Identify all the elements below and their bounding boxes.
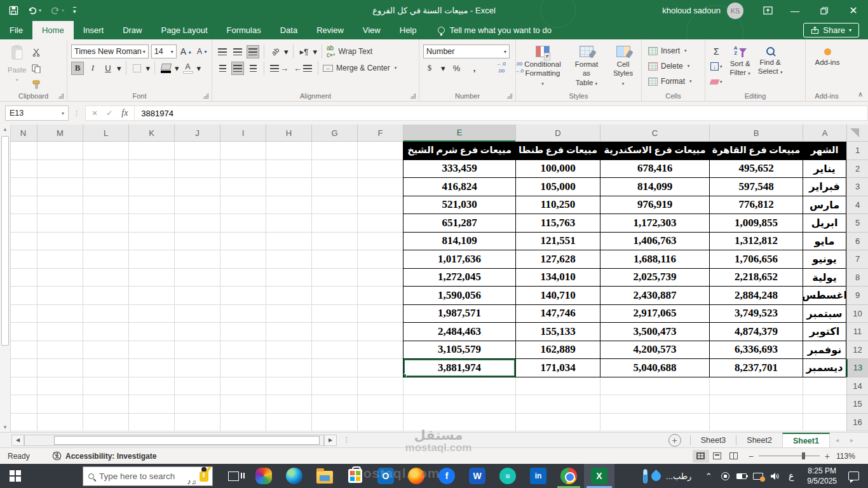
row-header-16[interactable]: 16 xyxy=(846,414,868,432)
cell-A12[interactable]: نوفمبر xyxy=(803,341,846,360)
cell-D16[interactable] xyxy=(515,414,600,432)
cell-E10[interactable]: 1,987,571 xyxy=(403,305,515,323)
cell-L10[interactable] xyxy=(83,305,128,323)
accounting-dropdown[interactable]: ▾ xyxy=(441,64,445,73)
vertical-scrollbar[interactable]: ▲▼ xyxy=(0,125,11,432)
column-header-H[interactable]: H xyxy=(266,125,311,142)
column-header-G[interactable]: G xyxy=(311,125,357,142)
cell-B2[interactable]: 495,652 xyxy=(709,160,803,179)
cell-I7[interactable] xyxy=(220,250,266,269)
cell-E7[interactable]: 1,017,636 xyxy=(403,250,515,269)
cell-C8[interactable]: 2,025,739 xyxy=(600,269,709,287)
undo-icon[interactable]: ▾ xyxy=(27,6,41,15)
cell-D12[interactable]: 162,889 xyxy=(515,341,600,360)
cut-icon[interactable] xyxy=(30,46,43,59)
font-dialog-launcher[interactable] xyxy=(203,93,208,98)
language-indicator[interactable]: ع xyxy=(783,464,799,488)
cell-H1[interactable] xyxy=(266,142,311,160)
cell-C3[interactable]: 814,099 xyxy=(600,178,709,196)
orientation-icon[interactable]: ab xyxy=(269,45,281,58)
row-header-12[interactable]: 12 xyxy=(846,341,868,360)
cell-B16[interactable] xyxy=(709,414,803,432)
cell-I10[interactable] xyxy=(220,305,266,323)
taskbar-search[interactable]: Type here to search ♪ ♫ xyxy=(83,466,213,486)
cell-C15[interactable] xyxy=(600,395,709,414)
column-header-I[interactable]: I xyxy=(220,125,266,142)
cell-A5[interactable]: ابريل xyxy=(803,214,846,233)
cell-J12[interactable] xyxy=(174,341,220,360)
meet-now-icon[interactable] xyxy=(717,464,733,488)
cell-N2[interactable] xyxy=(11,160,37,179)
cell-M11[interactable] xyxy=(37,323,83,341)
sheet-tab-sheet1[interactable]: Sheet1 xyxy=(782,433,830,448)
cell-M1[interactable] xyxy=(37,142,83,160)
cell-G15[interactable] xyxy=(311,395,357,414)
cell-H11[interactable] xyxy=(266,323,311,341)
cell-E2[interactable]: 333,459 xyxy=(403,160,515,179)
cell-E11[interactable]: 2,484,463 xyxy=(403,323,515,341)
cell-G6[interactable] xyxy=(311,233,357,251)
cell-D14[interactable] xyxy=(515,377,600,396)
tell-me-box[interactable]: Tell me what you want to do xyxy=(438,21,552,39)
cell-N14[interactable] xyxy=(11,377,37,396)
cell-L8[interactable] xyxy=(83,269,128,287)
minimize-button[interactable]: — xyxy=(780,0,810,21)
cell-F12[interactable] xyxy=(357,341,403,360)
column-header-J[interactable]: J xyxy=(174,125,220,142)
cell-G2[interactable] xyxy=(311,160,357,179)
cell-F6[interactable] xyxy=(357,233,403,251)
cell-K4[interactable] xyxy=(128,196,174,215)
collapse-ribbon-icon[interactable]: ∧ xyxy=(858,90,863,98)
fill-color-icon[interactable] xyxy=(159,62,172,75)
customize-qat-icon[interactable]: ▾ xyxy=(73,7,76,15)
cell-E16[interactable] xyxy=(403,414,515,432)
number-format-combo[interactable]: Number▾ xyxy=(423,44,510,58)
taskbar-app-word[interactable]: W xyxy=(462,464,492,488)
cell-K3[interactable] xyxy=(128,178,174,196)
cell-H12[interactable] xyxy=(266,341,311,360)
cell-J10[interactable] xyxy=(174,305,220,323)
find-select-button[interactable]: Find &Select ▾ xyxy=(754,43,787,90)
cell-F3[interactable] xyxy=(357,178,403,196)
cell-G10[interactable] xyxy=(311,305,357,323)
row-header-6[interactable]: 6 xyxy=(846,233,868,251)
cell-H3[interactable] xyxy=(266,178,311,196)
middle-align-icon[interactable] xyxy=(231,45,244,58)
cell-B13[interactable]: 8,237,701 xyxy=(709,359,803,377)
cell-H14[interactable] xyxy=(266,377,311,396)
column-header-K[interactable]: K xyxy=(128,125,174,142)
cell-J16[interactable] xyxy=(174,414,220,432)
percent-style-icon[interactable]: % xyxy=(451,62,463,75)
cell-C7[interactable]: 1,688,116 xyxy=(600,250,709,269)
wrap-text-button[interactable]: abc↩Wrap Text xyxy=(327,45,372,58)
cell-K15[interactable] xyxy=(128,395,174,414)
cell-D6[interactable]: 121,551 xyxy=(515,233,600,251)
taskbar-app-notes[interactable]: ≡ xyxy=(492,464,523,488)
cell-A14[interactable] xyxy=(803,377,846,396)
cell-C13[interactable]: 5,040,688 xyxy=(600,359,709,377)
cell-A1[interactable]: الشهر xyxy=(803,142,846,160)
merge-center-button[interactable]: ↔Merge & Center▾ xyxy=(323,62,397,75)
cell-L13[interactable] xyxy=(83,359,128,377)
cell-F14[interactable] xyxy=(357,377,403,396)
cell-G8[interactable] xyxy=(311,269,357,287)
cell-L7[interactable] xyxy=(83,250,128,269)
fill-color-dropdown[interactable]: ▾ xyxy=(175,64,179,73)
clear-icon[interactable]: ▾ xyxy=(709,75,724,88)
cell-G9[interactable] xyxy=(311,287,357,305)
tab-view[interactable]: View xyxy=(353,21,390,39)
show-hidden-icons[interactable]: ⌃ xyxy=(700,464,717,488)
taskbar-app-edge[interactable] xyxy=(279,464,309,488)
column-header-F[interactable]: F xyxy=(357,125,403,142)
cell-C12[interactable]: 4,200,573 xyxy=(600,341,709,360)
cell-J8[interactable] xyxy=(174,269,220,287)
cell-M12[interactable] xyxy=(37,341,83,360)
format-cells-button[interactable]: Format▾ xyxy=(648,74,702,89)
cell-L9[interactable] xyxy=(83,287,128,305)
cell-M8[interactable] xyxy=(37,269,83,287)
font-color-dropdown[interactable]: ▾ xyxy=(197,64,201,73)
cell-I12[interactable] xyxy=(220,341,266,360)
avatar[interactable]: KS xyxy=(727,3,743,19)
cell-L12[interactable] xyxy=(83,341,128,360)
cell-A15[interactable] xyxy=(803,395,846,414)
